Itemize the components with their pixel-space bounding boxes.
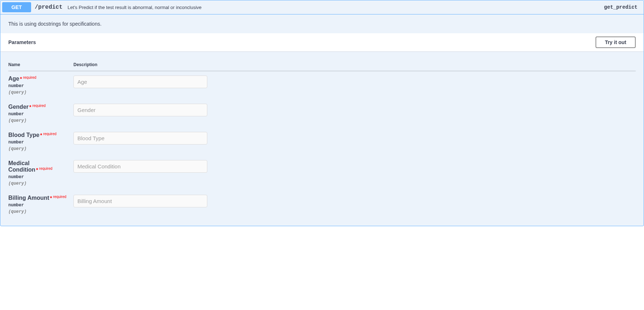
parameter-type: number (8, 82, 69, 89)
try-it-out-button[interactable]: Try it out (596, 36, 636, 48)
parameter-description-cell (73, 71, 636, 100)
operation-summary-row[interactable]: GET /predict Let's Predict if the test r… (0, 0, 644, 14)
required-label: required (38, 167, 52, 171)
parameter-type: number (8, 201, 69, 208)
parameter-name: Gender (8, 104, 29, 110)
parameter-in: (query) (8, 145, 69, 151)
parameter-type: number (8, 138, 69, 145)
operation-block: GET /predict Let's Predict if the test r… (0, 0, 644, 226)
parameter-name: Medical Condition (8, 160, 35, 173)
parameter-type: number (8, 110, 69, 117)
parameter-in: (query) (8, 89, 69, 95)
parameter-row: Age*requirednumber(query) (8, 71, 636, 100)
parameter-row: Billing Amount*requirednumber(query) (8, 190, 636, 219)
parameter-input[interactable] (73, 160, 207, 173)
parameter-description-cell (73, 156, 636, 190)
parameter-name-cell: Blood Type*requirednumber(query) (8, 128, 73, 156)
required-label: required (22, 76, 37, 79)
parameters-table: Name Description Age*requirednumber(quer… (8, 59, 636, 219)
operation-description: This is using docstrings for specificati… (8, 21, 636, 27)
required-star-icon: * (35, 167, 38, 173)
parameter-row: Gender*requirednumber(query) (8, 99, 636, 128)
parameter-in: (query) (8, 208, 69, 214)
parameter-name-cell: Gender*requirednumber(query) (8, 99, 73, 128)
parameters-title: Parameters (8, 39, 36, 45)
parameter-name: Blood Type (8, 132, 39, 138)
parameter-description-cell (73, 128, 636, 156)
required-star-icon: * (19, 76, 22, 82)
required-star-icon: * (49, 195, 52, 201)
parameters-section-header: Parameters Try it out (0, 33, 644, 51)
parameter-name-cell: Medical Condition*requirednumber(query) (8, 156, 73, 190)
parameter-name: Billing Amount (8, 195, 49, 201)
operation-path: /predict (31, 4, 66, 10)
required-label: required (52, 195, 67, 199)
parameter-name: Age (8, 76, 19, 82)
parameter-input[interactable] (73, 104, 207, 116)
parameter-input[interactable] (73, 195, 207, 207)
parameter-input[interactable] (73, 76, 207, 88)
operation-summary-text: Let's Predict if the test result is abno… (66, 5, 604, 10)
parameter-row: Medical Condition*requirednumber(query) (8, 156, 636, 190)
parameter-row: Blood Type*requirednumber(query) (8, 128, 636, 156)
required-label: required (31, 104, 46, 108)
parameter-in: (query) (8, 180, 69, 186)
parameter-input[interactable] (73, 132, 207, 145)
parameter-description-cell (73, 99, 636, 128)
operation-description-section: This is using docstrings for specificati… (0, 14, 644, 33)
table-header-description: Description (73, 59, 636, 71)
parameter-type: number (8, 173, 69, 180)
operation-id: get_predict (604, 4, 642, 10)
parameter-in: (query) (8, 117, 69, 123)
required-label: required (42, 132, 56, 136)
parameters-container: Name Description Age*requirednumber(quer… (0, 51, 644, 226)
parameter-name-cell: Billing Amount*requirednumber(query) (8, 190, 73, 219)
table-header-name: Name (8, 59, 73, 71)
parameter-name-cell: Age*requirednumber(query) (8, 71, 73, 100)
http-method-badge: GET (2, 2, 31, 12)
parameter-description-cell (73, 190, 636, 219)
